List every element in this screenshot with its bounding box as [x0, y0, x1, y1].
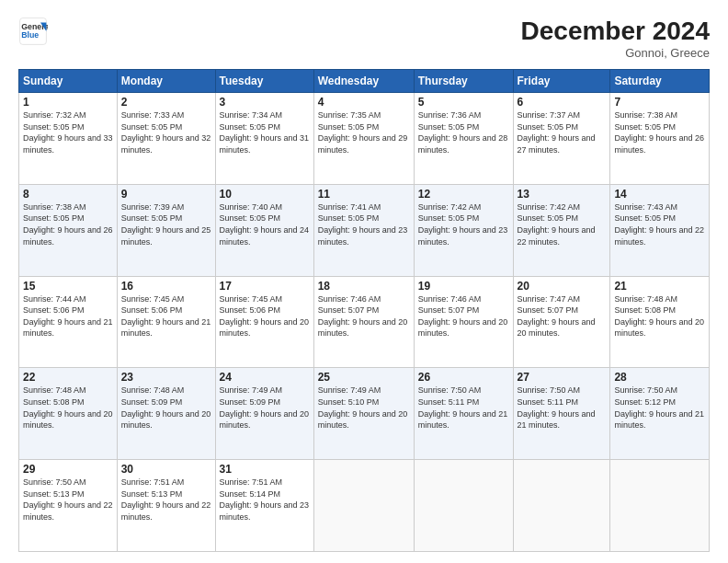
sunrise-label: Sunrise: 7:33 AM	[121, 110, 185, 120]
sunrise-label: Sunrise: 7:40 AM	[220, 202, 283, 212]
day-info: Sunrise: 7:42 AM Sunset: 5:05 PM Dayligh…	[418, 201, 509, 247]
day-info: Sunrise: 7:50 AM Sunset: 5:11 PM Dayligh…	[418, 385, 509, 431]
day-cell: 22 Sunrise: 7:48 AM Sunset: 5:08 PM Dayl…	[19, 368, 118, 460]
day-info: Sunrise: 7:43 AM Sunset: 5:05 PM Dayligh…	[614, 201, 705, 247]
header-saturday: Saturday	[610, 70, 710, 93]
sunset-label: Sunset: 5:08 PM	[614, 305, 676, 315]
sunrise-label: Sunrise: 7:50 AM	[518, 385, 581, 395]
daylight-label: Daylight: 9 hours and 21 minutes.	[121, 317, 211, 339]
week-row-0: 1 Sunrise: 7:32 AM Sunset: 5:05 PM Dayli…	[19, 93, 710, 185]
location: Gonnoi, Greece	[521, 46, 710, 60]
sunset-label: Sunset: 5:05 PM	[220, 122, 281, 132]
day-cell: 7 Sunrise: 7:38 AM Sunset: 5:05 PM Dayli…	[610, 93, 710, 185]
title-block: December 2024 Gonnoi, Greece	[521, 17, 710, 60]
day-cell: 18 Sunrise: 7:46 AM Sunset: 5:07 PM Dayl…	[313, 276, 414, 368]
sunset-label: Sunset: 5:07 PM	[318, 305, 380, 315]
day-info: Sunrise: 7:38 AM Sunset: 5:05 PM Dayligh…	[23, 201, 113, 247]
day-info: Sunrise: 7:40 AM Sunset: 5:05 PM Dayligh…	[220, 201, 310, 247]
day-info: Sunrise: 7:42 AM Sunset: 5:05 PM Dayligh…	[518, 201, 607, 247]
day-cell: 31 Sunrise: 7:51 AM Sunset: 5:14 PM Dayl…	[215, 460, 313, 552]
day-number: 4	[318, 96, 410, 109]
sunset-label: Sunset: 5:05 PM	[614, 213, 676, 223]
daylight-label: Daylight: 9 hours and 29 minutes.	[318, 133, 408, 155]
day-info: Sunrise: 7:50 AM Sunset: 5:12 PM Dayligh…	[614, 385, 705, 431]
calendar: SundayMondayTuesdayWednesdayThursdayFrid…	[18, 69, 710, 552]
sunset-label: Sunset: 5:05 PM	[318, 213, 380, 223]
day-info: Sunrise: 7:48 AM Sunset: 5:09 PM Dayligh…	[121, 385, 211, 431]
day-cell: 19 Sunrise: 7:46 AM Sunset: 5:07 PM Dayl…	[414, 276, 513, 368]
sunrise-label: Sunrise: 7:46 AM	[318, 294, 381, 304]
sunset-label: Sunset: 5:09 PM	[121, 397, 183, 407]
day-cell: 1 Sunrise: 7:32 AM Sunset: 5:05 PM Dayli…	[19, 93, 118, 185]
daylight-label: Daylight: 9 hours and 20 minutes.	[23, 409, 113, 431]
day-info: Sunrise: 7:45 AM Sunset: 5:06 PM Dayligh…	[220, 293, 310, 339]
sunset-label: Sunset: 5:11 PM	[418, 397, 480, 407]
sunset-label: Sunset: 5:05 PM	[23, 213, 85, 223]
sunrise-label: Sunrise: 7:48 AM	[614, 294, 677, 304]
daylight-label: Daylight: 9 hours and 22 minutes.	[121, 500, 211, 522]
daylight-label: Daylight: 9 hours and 24 minutes.	[220, 225, 310, 247]
day-cell: 11 Sunrise: 7:41 AM Sunset: 5:05 PM Dayl…	[313, 184, 414, 276]
day-number: 12	[418, 188, 509, 201]
day-cell: 3 Sunrise: 7:34 AM Sunset: 5:05 PM Dayli…	[215, 93, 313, 185]
day-cell: 26 Sunrise: 7:50 AM Sunset: 5:11 PM Dayl…	[414, 368, 513, 460]
sunset-label: Sunset: 5:14 PM	[220, 489, 281, 499]
sunrise-label: Sunrise: 7:42 AM	[518, 202, 581, 212]
daylight-label: Daylight: 9 hours and 20 minutes.	[518, 317, 596, 339]
sunrise-label: Sunrise: 7:49 AM	[220, 385, 283, 395]
sunset-label: Sunset: 5:09 PM	[220, 397, 281, 407]
daylight-label: Daylight: 9 hours and 20 minutes.	[220, 409, 310, 431]
sunrise-label: Sunrise: 7:36 AM	[418, 110, 482, 120]
day-info: Sunrise: 7:51 AM Sunset: 5:13 PM Dayligh…	[121, 477, 211, 523]
day-cell: 24 Sunrise: 7:49 AM Sunset: 5:09 PM Dayl…	[215, 368, 313, 460]
sunset-label: Sunset: 5:05 PM	[418, 213, 480, 223]
day-number: 2	[121, 96, 211, 109]
day-cell: 10 Sunrise: 7:40 AM Sunset: 5:05 PM Dayl…	[215, 184, 313, 276]
sunrise-label: Sunrise: 7:50 AM	[614, 385, 677, 395]
day-info: Sunrise: 7:46 AM Sunset: 5:07 PM Dayligh…	[418, 293, 509, 339]
week-row-3: 22 Sunrise: 7:48 AM Sunset: 5:08 PM Dayl…	[19, 368, 710, 460]
logo-icon: General Blue	[18, 17, 48, 46]
day-info: Sunrise: 7:38 AM Sunset: 5:05 PM Dayligh…	[614, 109, 705, 155]
day-cell: 29 Sunrise: 7:50 AM Sunset: 5:13 PM Dayl…	[19, 460, 118, 552]
daylight-label: Daylight: 9 hours and 20 minutes.	[220, 317, 310, 339]
header-thursday: Thursday	[414, 70, 513, 93]
day-cell: 12 Sunrise: 7:42 AM Sunset: 5:05 PM Dayl…	[414, 184, 513, 276]
daylight-label: Daylight: 9 hours and 22 minutes.	[23, 500, 113, 522]
day-number: 17	[220, 280, 310, 293]
daylight-label: Daylight: 9 hours and 20 minutes.	[318, 317, 408, 339]
sunrise-label: Sunrise: 7:34 AM	[220, 110, 283, 120]
sunset-label: Sunset: 5:10 PM	[318, 397, 380, 407]
sunrise-label: Sunrise: 7:51 AM	[220, 477, 283, 487]
day-number: 13	[518, 188, 607, 201]
sunset-label: Sunset: 5:13 PM	[121, 489, 183, 499]
daylight-label: Daylight: 9 hours and 22 minutes.	[518, 225, 596, 247]
sunset-label: Sunset: 5:08 PM	[23, 397, 85, 407]
day-info: Sunrise: 7:50 AM Sunset: 5:11 PM Dayligh…	[518, 385, 607, 431]
sunrise-label: Sunrise: 7:39 AM	[121, 202, 185, 212]
day-info: Sunrise: 7:33 AM Sunset: 5:05 PM Dayligh…	[121, 109, 211, 155]
sunrise-label: Sunrise: 7:38 AM	[23, 202, 86, 212]
header: General Blue December 2024 Gonnoi, Greec…	[18, 17, 710, 60]
sunset-label: Sunset: 5:05 PM	[418, 122, 480, 132]
day-number: 6	[518, 96, 607, 109]
sunrise-label: Sunrise: 7:42 AM	[418, 202, 482, 212]
day-info: Sunrise: 7:51 AM Sunset: 5:14 PM Dayligh…	[220, 477, 310, 523]
sunset-label: Sunset: 5:05 PM	[614, 122, 676, 132]
day-info: Sunrise: 7:34 AM Sunset: 5:05 PM Dayligh…	[220, 109, 310, 155]
day-number: 3	[220, 96, 310, 109]
sunset-label: Sunset: 5:06 PM	[121, 305, 183, 315]
daylight-label: Daylight: 9 hours and 23 minutes.	[220, 500, 310, 522]
day-cell: 15 Sunrise: 7:44 AM Sunset: 5:06 PM Dayl…	[19, 276, 118, 368]
month-title: December 2024	[521, 17, 710, 46]
day-info: Sunrise: 7:41 AM Sunset: 5:05 PM Dayligh…	[318, 201, 410, 247]
day-number: 1	[23, 96, 113, 109]
sunrise-label: Sunrise: 7:43 AM	[614, 202, 677, 212]
sunset-label: Sunset: 5:06 PM	[23, 305, 85, 315]
day-number: 20	[518, 280, 607, 293]
day-cell: 25 Sunrise: 7:49 AM Sunset: 5:10 PM Dayl…	[313, 368, 414, 460]
day-number: 23	[121, 371, 211, 384]
day-info: Sunrise: 7:46 AM Sunset: 5:07 PM Dayligh…	[318, 293, 410, 339]
daylight-label: Daylight: 9 hours and 27 minutes.	[518, 133, 596, 155]
day-number: 30	[121, 463, 211, 476]
